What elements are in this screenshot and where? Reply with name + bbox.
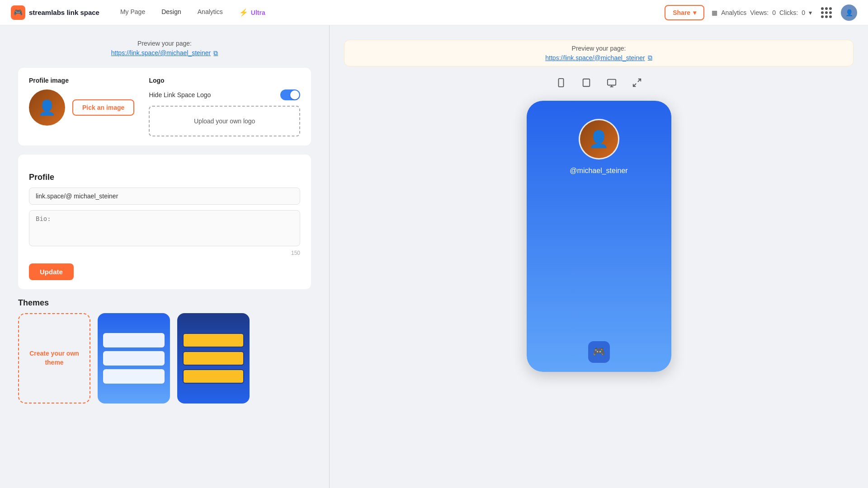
preview-link-text: https://link.space/@michael_steiner [111,49,211,56]
theme-btn-y3 [183,369,244,384]
user-avatar[interactable]: 👤 [841,5,857,21]
tablet-view-button[interactable] [577,74,595,92]
dark-yellow-theme-card[interactable] [177,313,250,404]
username-row [29,188,300,210]
main-nav: My Page Design Analytics ⚡ Ultra [114,5,272,19]
fullscreen-view-button[interactable] [628,74,646,92]
brand-name: streamlabs link space [29,9,99,16]
mobile-streamlabs-logo: 🎮 [588,341,610,363]
mobile-preview: 👤 @michael_steiner 🎮 [527,101,671,372]
mobile-profile-image: 👤 [579,119,619,160]
svg-rect-2 [583,79,590,87]
theme-btn-2 [103,351,165,366]
theme-btn-3 [103,369,165,384]
create-theme-text: Create your owntheme [29,349,79,367]
username-input[interactable] [29,188,300,205]
nav-ultra[interactable]: ⚡ Ultra [233,5,272,19]
preview-url-section: Preview your page: https://link.space/@m… [18,40,311,57]
profile-image-label: Profile image [29,77,134,84]
right-panel: Preview your page: https://link.space/@m… [330,25,868,488]
upload-logo-button[interactable]: Upload your own logo [149,106,300,136]
grid-dots-icon [821,7,832,18]
right-preview-link-text: https://link.space/@michael_steiner [545,54,645,61]
mobile-view-button[interactable] [552,74,570,92]
device-icons [552,74,646,92]
preview-link[interactable]: https://link.space/@michael_steiner ⧉ [111,49,218,57]
pick-image-button[interactable]: Pick an image [72,99,134,116]
nav-my-page[interactable]: My Page [114,5,151,19]
share-label: Share [673,9,690,16]
update-button[interactable]: Update [29,263,74,280]
svg-line-7 [637,79,640,82]
clicks-count: 0 [802,9,805,16]
hide-logo-row: Hide Link Space Logo [149,89,300,100]
profile-section-title: Profile [29,173,300,182]
ultra-icon: ⚡ [239,8,248,17]
main-layout: Preview your page: https://link.space/@m… [0,25,868,488]
preview-label: Preview your page: [18,40,311,47]
desktop-view-button[interactable] [603,74,621,92]
profile-section: Profile 150 Update [18,155,311,289]
copy-link-icon[interactable]: ⧉ [213,49,218,57]
themes-title: Themes [18,298,311,308]
mobile-avatar-inner: 👤 [580,120,618,158]
bio-input[interactable] [29,210,300,246]
views-count: 0 [772,9,776,16]
profile-image: 👤 [29,89,65,126]
nav-design[interactable]: Design [155,5,188,19]
right-preview-link[interactable]: https://link.space/@michael_steiner ⧉ [354,54,844,61]
hide-logo-label: Hide Link Space Logo [149,91,211,99]
theme-btn-y1 [183,333,244,347]
brand-icon: 🎮 [11,5,25,20]
analytics-stat-label: Analytics [721,9,746,16]
right-preview-url-card: Preview your page: https://link.space/@m… [344,40,854,66]
clicks-label: Clicks: [779,9,798,16]
header-right: Share ▾ ▦ Analytics Views: 0 Clicks: 0 ▾… [665,5,857,21]
profile-image-row: 👤 Pick an image [29,89,134,126]
mobile-icon [556,78,566,88]
tablet-icon [581,78,591,88]
analytics-bar-icon: ▦ [712,9,717,16]
stats-chevron-icon[interactable]: ▾ [809,9,812,16]
profile-logo-row: Profile image 👤 Pick an image Logo Hide … [18,68,311,145]
themes-grid: Create your owntheme [18,313,311,404]
create-theme-card[interactable]: Create your owntheme [18,313,90,404]
themes-section: Themes Create your owntheme [18,298,311,404]
svg-line-8 [633,84,636,86]
svg-rect-0 [558,79,563,87]
brand-logo: 🎮 streamlabs link space [11,5,99,20]
theme-btn-1 [103,333,165,347]
header-left: 🎮 streamlabs link space My Page Design A… [11,5,272,20]
share-chevron-icon: ▾ [693,9,696,16]
logo-label: Logo [149,77,300,84]
fullscreen-icon [632,78,642,88]
right-copy-link-icon[interactable]: ⧉ [648,54,652,61]
ultra-label: Ultra [251,9,265,16]
char-count: 150 [29,250,300,256]
profile-image-section: Profile image 👤 Pick an image [29,77,134,136]
left-panel: Preview your page: https://link.space/@m… [0,25,329,488]
apps-grid-button[interactable] [819,5,834,20]
nav-analytics[interactable]: Analytics [191,5,229,19]
analytics-stats: ▦ Analytics Views: 0 Clicks: 0 ▾ [712,9,812,16]
views-label: Views: [750,9,769,16]
blue-theme-card[interactable] [98,313,170,404]
right-preview-label: Preview your page: [354,45,844,52]
mobile-username: @michael_steiner [570,167,627,175]
header: 🎮 streamlabs link space My Page Design A… [0,0,868,25]
logo-section: Logo Hide Link Space Logo Upload your ow… [149,77,300,136]
desktop-icon [607,78,617,88]
svg-rect-4 [607,80,615,85]
share-button[interactable]: Share ▾ [665,5,704,20]
hide-logo-toggle[interactable] [280,89,300,100]
theme-btn-y2 [183,351,244,366]
